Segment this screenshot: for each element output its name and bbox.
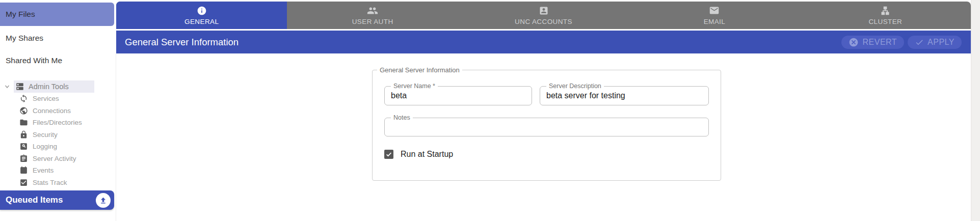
tree-item-label: Stats Track [33, 179, 67, 186]
tab-label: EMAIL [704, 18, 726, 25]
run-at-startup-label: Run at Startup [401, 150, 453, 159]
notes-label: Notes [391, 114, 413, 121]
chevron-down-icon[interactable] [0, 84, 14, 89]
tab-email[interactable]: EMAIL [629, 2, 800, 29]
cloud-upload-icon [96, 193, 111, 208]
sidebar-item-my-files[interactable]: My Files [0, 3, 114, 26]
page-search-icon [19, 142, 28, 151]
page-title: General Server Information [125, 37, 239, 48]
folder-icon [19, 118, 28, 127]
tree-item-server-activity[interactable]: Server Activity [0, 153, 114, 165]
account-box-icon [539, 6, 549, 16]
tab-cluster[interactable]: CLUSTER [800, 2, 971, 29]
tree-item-logging[interactable]: Logging [0, 141, 114, 153]
lock-icon [19, 130, 28, 139]
admin-tools-children: Services Connections Files/Directories S… [0, 93, 114, 188]
tab-bar: GENERAL USER AUTH UNC ACCOUNTS EMAIL CLU… [116, 2, 971, 29]
scrollbar-gutter[interactable] [971, 0, 980, 221]
queued-items-button[interactable]: Queued Items [0, 190, 114, 210]
app-window: My Files My Shares Shared With Me Admin … [0, 0, 980, 221]
tree-item-label: Security [33, 131, 58, 139]
queued-items-label: Queued Items [6, 195, 63, 205]
tree-item-label: Files/Directories [33, 119, 82, 126]
tree-item-files-directories[interactable]: Files/Directories [0, 117, 114, 129]
tree-item-stats-track[interactable]: Stats Track [0, 177, 114, 189]
email-icon [709, 6, 720, 16]
revert-label: REVERT [862, 38, 897, 47]
tree-item-label: Server Activity [33, 155, 76, 162]
run-at-startup-row: Run at Startup [384, 150, 453, 159]
sidebar-item-shared-with-me[interactable]: Shared With Me [0, 53, 114, 68]
general-server-information-group: General Server Information Server Name *… [372, 70, 721, 181]
revert-button[interactable]: REVERT [841, 36, 904, 49]
tree-item-label: Logging [33, 143, 57, 150]
sync-icon [19, 94, 28, 103]
sidebar-item-label: My Shares [6, 34, 43, 43]
sidebar-item-label: Shared With Me [6, 56, 62, 65]
tab-general[interactable]: GENERAL [116, 2, 287, 29]
info-icon [197, 6, 207, 16]
tree-item-events[interactable]: Events [0, 164, 114, 177]
tree-item-label: Connections [33, 107, 71, 115]
people-icon [367, 6, 378, 16]
tree-item-security[interactable]: Security [0, 129, 114, 141]
sidebar: My Files My Shares Shared With Me Admin … [0, 0, 114, 221]
server-name-field: Server Name * [384, 86, 532, 105]
cancel-circle-icon [849, 37, 859, 47]
tree-item-connections[interactable]: Connections [0, 105, 114, 117]
apply-label: APPLY [928, 38, 955, 47]
server-description-label: Server Description [546, 82, 604, 90]
notes-field: Notes [384, 118, 709, 136]
cluster-icon [880, 6, 890, 16]
server-name-label: Server Name * [391, 82, 438, 90]
sidebar-item-my-shares[interactable]: My Shares [0, 31, 114, 46]
section-header: General Server Information REVERT APPLY [116, 31, 971, 53]
sidebar-item-label: My Files [6, 10, 35, 19]
header-actions: REVERT APPLY [841, 31, 962, 53]
notes-input[interactable] [385, 118, 708, 136]
group-legend: General Server Information [377, 66, 462, 74]
check-box-icon [19, 178, 28, 187]
tab-unc-accounts[interactable]: UNC ACCOUNTS [458, 2, 629, 29]
run-at-startup-checkbox[interactable] [384, 150, 393, 159]
calendar-icon [19, 166, 28, 175]
apply-button[interactable]: APPLY [908, 36, 962, 49]
tree-item-services[interactable]: Services [0, 93, 114, 105]
tree-item-admin-tools[interactable]: Admin Tools [0, 80, 114, 93]
tree-item-label: Services [33, 95, 59, 102]
tree-item-label: Admin Tools [29, 82, 69, 91]
check-icon [915, 38, 924, 47]
server-description-field: Server Description [540, 86, 709, 105]
tab-label: CLUSTER [868, 18, 902, 25]
tree-item-label: Events [33, 167, 54, 174]
tab-label: GENERAL [184, 18, 219, 25]
tab-label: USER AUTH [352, 18, 393, 25]
tab-user-auth[interactable]: USER AUTH [287, 2, 458, 29]
dns-icon [15, 82, 24, 91]
globe-icon [19, 106, 28, 115]
main-content: General Server Information Server Name *… [116, 53, 971, 221]
tab-label: UNC ACCOUNTS [515, 18, 572, 25]
clipboard-icon [19, 154, 28, 163]
